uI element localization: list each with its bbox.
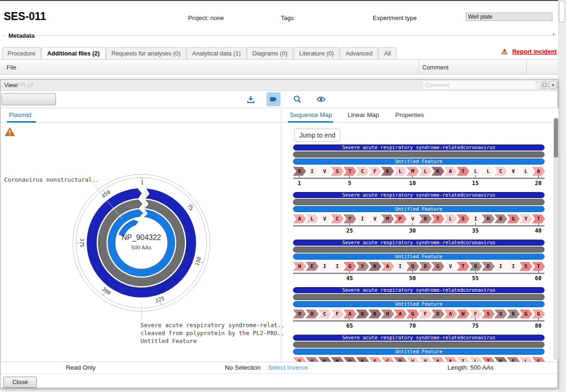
aa-residue[interactable]: I xyxy=(394,262,407,271)
tab-diagrams-0-[interactable]: Diagrams (0) xyxy=(247,47,293,60)
tab-procedure[interactable]: Procedure xyxy=(2,47,41,60)
aa-residue[interactable]: S xyxy=(369,357,382,362)
aa-residue[interactable]: V xyxy=(318,167,331,176)
feature-bar-gray[interactable] xyxy=(293,342,545,348)
blank-button[interactable] xyxy=(1,93,56,105)
aa-residue[interactable]: V xyxy=(406,357,419,362)
aa-residue[interactable]: P xyxy=(394,357,407,362)
dialog-close-button[interactable]: ✕ xyxy=(549,81,557,89)
aa-residue[interactable]: V xyxy=(369,214,382,223)
aa-residue[interactable]: S xyxy=(331,167,344,176)
aa-residue[interactable]: L xyxy=(519,167,532,176)
aa-residue[interactable]: A xyxy=(444,309,457,318)
aa-residue[interactable]: D xyxy=(343,357,356,362)
aa-residue[interactable]: C xyxy=(494,167,507,176)
aa-residue[interactable]: Q xyxy=(494,309,507,318)
aa-residue[interactable]: M xyxy=(381,214,394,223)
feature-bar-gray[interactable] xyxy=(293,151,545,158)
aa-residue[interactable]: I xyxy=(469,214,482,223)
aa-residue[interactable]: I xyxy=(356,214,369,223)
aa-residue[interactable]: I xyxy=(507,262,520,271)
feature-bar-untitled[interactable]: Untitled Feature xyxy=(293,349,545,355)
aa-residue[interactable]: T xyxy=(343,167,356,176)
aa-residue[interactable]: K xyxy=(369,262,382,271)
aa-residue[interactable]: Y xyxy=(519,214,532,223)
report-incident-link[interactable]: Report incident xyxy=(512,48,557,55)
aa-residue[interactable]: S xyxy=(482,309,495,318)
aa-residue[interactable]: C xyxy=(381,357,394,362)
jump-to-end-button[interactable]: Jump to end xyxy=(294,129,340,142)
tab-requests-for-analyses-0-[interactable]: Requests for analyses (0) xyxy=(106,47,186,60)
aa-residue[interactable]: L xyxy=(444,214,457,223)
aa-residue[interactable]: L xyxy=(419,167,432,176)
aa-residue[interactable]: L xyxy=(519,357,532,362)
feature-bar-gray[interactable] xyxy=(293,199,545,205)
aa-residue[interactable]: Y xyxy=(306,357,319,362)
tab-advanced[interactable]: Advanced xyxy=(340,47,378,60)
aa-residue[interactable]: N xyxy=(293,262,306,271)
aa-residue[interactable]: F xyxy=(369,167,382,176)
feature-bar-coronavirus[interactable]: Severe acute respiratory syndrome-relate… xyxy=(293,192,545,198)
aa-residue[interactable]: W xyxy=(456,309,469,318)
aa-residue[interactable]: G xyxy=(532,357,545,362)
aa-residue[interactable]: T xyxy=(532,262,545,271)
aa-residue[interactable]: L xyxy=(394,167,407,176)
aa-residue[interactable]: R xyxy=(494,357,507,362)
select-inverse-link[interactable]: Select Inverse xyxy=(268,364,308,371)
tab-linear-map[interactable]: Linear Map xyxy=(348,111,379,118)
aa-residue[interactable]: L xyxy=(469,167,482,176)
column-header-comment[interactable]: Comment xyxy=(422,64,448,71)
feature-bar-gray[interactable] xyxy=(293,294,545,300)
aa-residue[interactable]: L xyxy=(306,214,319,223)
aa-residue[interactable]: T xyxy=(532,214,545,223)
aa-residue[interactable]: T xyxy=(482,357,495,362)
aa-residue[interactable]: C xyxy=(356,167,369,176)
feature-bar-coronavirus[interactable]: Severe acute respiratory syndrome-relate… xyxy=(293,240,545,246)
aa-residue[interactable]: A xyxy=(293,214,306,223)
aa-residue[interactable]: V xyxy=(406,214,419,223)
aa-residue[interactable]: K xyxy=(369,309,382,318)
aa-residue[interactable]: G xyxy=(532,309,545,318)
plasmid-ring-blue[interactable] xyxy=(108,209,175,276)
aa-residue[interactable]: G xyxy=(507,214,520,223)
feature-bar-coronavirus[interactable]: Severe acute respiratory syndrome-relate… xyxy=(293,287,545,293)
aa-residue[interactable]: L xyxy=(482,167,495,176)
tab-analytical-data-1-[interactable]: Analytical data (1) xyxy=(187,47,246,60)
aa-residue[interactable]: P xyxy=(394,214,407,223)
download-button[interactable] xyxy=(244,92,258,106)
tab-literature-0-[interactable]: Literature (0) xyxy=(293,47,339,60)
aa-residue[interactable]: A xyxy=(444,357,457,362)
aa-residue[interactable]: I xyxy=(331,262,344,271)
aa-residue[interactable]: F xyxy=(419,309,432,318)
close-button[interactable]: Close xyxy=(3,377,37,388)
aa-residue[interactable]: I xyxy=(494,262,507,271)
aa-residue[interactable]: D xyxy=(306,309,319,318)
feature-bar-untitled[interactable]: Untitled Feature xyxy=(293,158,545,165)
aa-residue[interactable]: D xyxy=(293,309,306,318)
aa-residue[interactable]: D xyxy=(482,262,495,271)
aa-residue[interactable]: T xyxy=(456,262,469,271)
page-scrollbar[interactable] xyxy=(558,0,566,392)
aa-residue[interactable]: D xyxy=(494,214,507,223)
feature-bar-gray[interactable] xyxy=(293,247,545,253)
tab-all[interactable]: All xyxy=(378,47,396,60)
aa-residue[interactable]: C xyxy=(331,214,344,223)
aa-residue[interactable]: D xyxy=(431,309,444,318)
aa-residue[interactable]: K xyxy=(381,167,394,176)
aa-residue[interactable]: H xyxy=(381,309,394,318)
aa-residue[interactable]: C xyxy=(318,309,331,318)
aa-residue[interactable]: F xyxy=(469,309,482,318)
aa-residue[interactable]: I xyxy=(318,262,331,271)
dialog-titlebar[interactable]: View FR.cif Comment ✕ xyxy=(0,80,558,91)
aa-residue[interactable]: K xyxy=(293,167,306,176)
aa-residue[interactable]: Y xyxy=(356,262,369,271)
aa-residue[interactable]: A xyxy=(343,309,356,318)
tab-sequence-map[interactable]: Sequence Map xyxy=(290,111,332,118)
aa-residue[interactable]: Q xyxy=(406,262,419,271)
aa-residue[interactable]: T xyxy=(431,214,444,223)
aa-residue[interactable]: A xyxy=(444,167,457,176)
feature-bar-untitled[interactable]: Untitled Feature xyxy=(293,206,545,212)
aa-residue[interactable]: E xyxy=(306,262,319,271)
aa-residue[interactable]: E xyxy=(507,357,520,362)
aa-residue[interactable]: K xyxy=(318,357,331,362)
